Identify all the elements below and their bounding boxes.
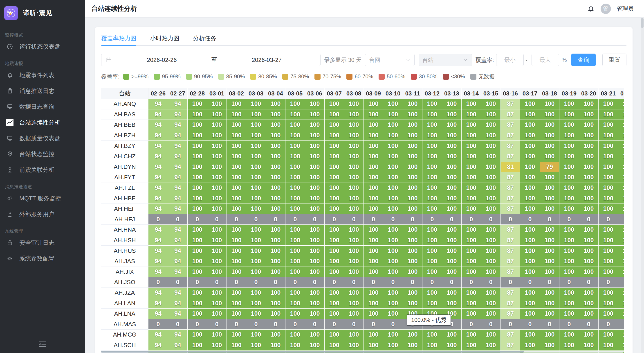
coverage-cell[interactable]: 0 xyxy=(266,277,286,288)
coverage-cell[interactable]: 100 xyxy=(383,172,403,183)
coverage-cell[interactable]: 100 xyxy=(207,246,227,256)
coverage-cell[interactable]: 100 xyxy=(305,256,324,267)
coverage-cell[interactable]: 0 xyxy=(168,277,188,288)
coverage-cell[interactable]: 100 xyxy=(324,99,344,109)
coverage-cell[interactable]: 100 xyxy=(207,204,227,214)
coverage-cell[interactable]: 100 xyxy=(520,204,540,214)
coverage-cell[interactable]: 100 xyxy=(266,288,286,298)
date-end-value[interactable]: 2026-03-27 xyxy=(217,57,316,64)
coverage-cell[interactable]: 100 xyxy=(462,130,481,141)
coverage-cell[interactable]: 100 xyxy=(305,99,324,109)
coverage-cell[interactable]: 100 xyxy=(246,141,266,151)
coverage-cell[interactable]: 100 xyxy=(598,256,618,267)
horizontal-scrollbar-thumb[interactable] xyxy=(101,351,524,352)
coverage-cell[interactable]: 100 xyxy=(246,225,266,235)
coverage-cell[interactable]: 0 xyxy=(246,277,266,288)
coverage-cell[interactable]: 87 xyxy=(501,309,520,319)
coverage-cell[interactable]: 100 xyxy=(227,204,246,214)
coverage-cell[interactable]: 94 xyxy=(148,256,168,267)
coverage-cell[interactable]: 100 xyxy=(618,340,624,351)
coverage-cell[interactable]: 100 xyxy=(520,235,540,246)
coverage-cell[interactable]: 100 xyxy=(246,340,266,351)
coverage-cell[interactable]: 0 xyxy=(286,214,305,225)
coverage-cell[interactable]: 94 xyxy=(168,267,188,277)
coverage-cell[interactable]: 100 xyxy=(520,340,540,351)
coverage-cell[interactable]: 100 xyxy=(618,204,624,214)
coverage-cell[interactable]: 87 xyxy=(501,246,520,256)
coverage-cell[interactable]: 100 xyxy=(383,309,403,319)
coverage-cell[interactable]: 100 xyxy=(422,193,442,204)
coverage-cell[interactable]: 100 xyxy=(188,267,207,277)
coverage-cell[interactable]: 94 xyxy=(148,329,168,340)
coverage-cell[interactable]: 100 xyxy=(227,340,246,351)
coverage-cell[interactable]: 100 xyxy=(246,309,266,319)
coverage-cell[interactable]: 0 xyxy=(344,214,364,225)
coverage-cell[interactable]: 100 xyxy=(383,151,403,162)
coverage-cell[interactable]: 100 xyxy=(442,340,462,351)
coverage-cell[interactable]: 100 xyxy=(188,309,207,319)
coverage-cell[interactable]: 100 xyxy=(403,298,422,309)
network-select[interactable]: 台网 xyxy=(365,54,414,66)
coverage-cell[interactable]: 100 xyxy=(286,130,305,141)
coverage-cell[interactable]: 0 xyxy=(422,277,442,288)
coverage-cell[interactable]: 100 xyxy=(305,298,324,309)
coverage-cell[interactable]: 0 xyxy=(207,214,227,225)
coverage-cell[interactable]: 100 xyxy=(403,267,422,277)
coverage-cell[interactable]: 0 xyxy=(324,214,344,225)
coverage-cell[interactable]: 100 xyxy=(560,99,579,109)
coverage-cell[interactable]: 100 xyxy=(442,235,462,246)
coverage-cell[interactable]: 100 xyxy=(383,267,403,277)
coverage-cell[interactable]: 100 xyxy=(618,193,624,204)
coverage-cell[interactable]: 100 xyxy=(442,183,462,193)
coverage-cell[interactable]: 100 xyxy=(540,246,560,256)
coverage-cell[interactable]: 100 xyxy=(403,130,422,141)
coverage-cell[interactable]: 100 xyxy=(540,193,560,204)
coverage-cell[interactable]: 100 xyxy=(462,120,481,130)
coverage-cell[interactable]: 100 xyxy=(188,193,207,204)
coverage-cell[interactable]: 100 xyxy=(520,151,540,162)
coverage-cell[interactable]: 100 xyxy=(442,329,462,340)
coverage-cell[interactable]: 100 xyxy=(383,340,403,351)
coverage-cell[interactable]: 0 xyxy=(481,214,501,225)
coverage-cell[interactable]: 100 xyxy=(540,172,560,183)
coverage-cell[interactable]: 100 xyxy=(520,162,540,172)
coverage-cell[interactable]: 0 xyxy=(148,319,168,329)
coverage-cell[interactable]: 0 xyxy=(266,319,286,329)
coverage-cell[interactable]: 100 xyxy=(207,309,227,319)
coverage-cell[interactable]: 100 xyxy=(403,235,422,246)
sidebar-item[interactable]: 台站连续性分析 xyxy=(0,115,85,130)
coverage-cell[interactable]: 100 xyxy=(207,340,227,351)
coverage-cell[interactable]: 100 xyxy=(560,288,579,298)
coverage-cell[interactable]: 100 xyxy=(481,256,501,267)
coverage-cell[interactable]: 100 xyxy=(403,246,422,256)
coverage-cell[interactable]: 0 xyxy=(364,214,383,225)
coverage-cell[interactable]: 100 xyxy=(207,329,227,340)
coverage-cell[interactable]: 0 xyxy=(305,319,324,329)
coverage-cell[interactable]: 100 xyxy=(344,204,364,214)
coverage-cell[interactable]: 100 xyxy=(442,141,462,151)
coverage-cell[interactable]: 94 xyxy=(148,120,168,130)
coverage-cell[interactable]: 100 xyxy=(520,309,540,319)
coverage-cell[interactable]: 100 xyxy=(305,204,324,214)
coverage-cell[interactable]: 0 xyxy=(286,277,305,288)
coverage-cell[interactable]: 100 xyxy=(364,151,383,162)
coverage-cell[interactable]: 100 xyxy=(246,120,266,130)
coverage-cell[interactable]: 100 xyxy=(442,193,462,204)
coverage-cell[interactable]: 100 xyxy=(246,151,266,162)
coverage-min-input[interactable]: 最小 xyxy=(496,54,524,66)
coverage-cell[interactable]: 0 xyxy=(462,277,481,288)
coverage-cell[interactable]: 100 xyxy=(286,298,305,309)
coverage-cell[interactable]: 100 xyxy=(442,225,462,235)
coverage-cell[interactable]: 100 xyxy=(598,246,618,256)
coverage-cell[interactable]: 100 xyxy=(207,298,227,309)
coverage-cell[interactable]: 0 xyxy=(383,319,403,329)
coverage-cell[interactable]: 0 xyxy=(305,277,324,288)
coverage-cell[interactable]: 0 xyxy=(168,319,188,329)
coverage-cell[interactable]: 0 xyxy=(501,214,520,225)
coverage-cell[interactable]: 100 xyxy=(618,141,624,151)
coverage-cell[interactable]: 100 xyxy=(618,235,624,246)
coverage-cell[interactable]: 100 xyxy=(207,183,227,193)
coverage-cell[interactable]: 100 xyxy=(344,141,364,151)
coverage-cell[interactable]: 100 xyxy=(598,109,618,120)
coverage-cell[interactable]: 100 xyxy=(598,267,618,277)
